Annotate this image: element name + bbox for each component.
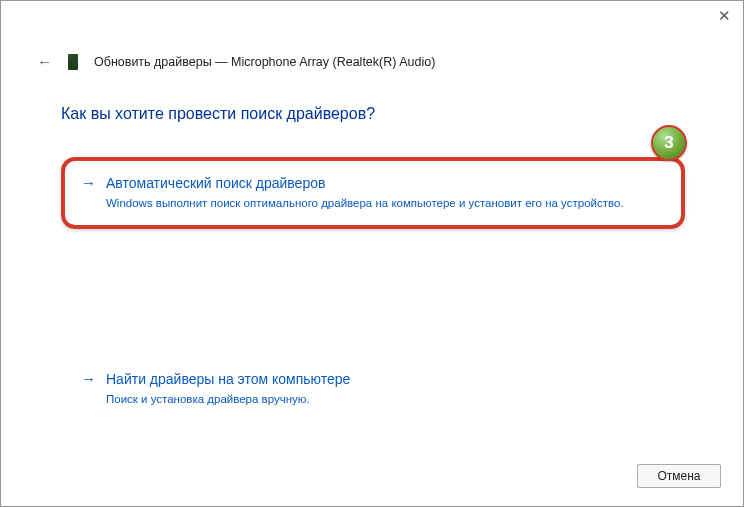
device-icon — [68, 54, 78, 70]
option-text: Найти драйверы на этом компьютере Поиск … — [106, 369, 669, 407]
option-row: → Найти драйверы на этом компьютере Поис… — [81, 369, 669, 407]
dialog-header: ← Обновить драйверы — Microphone Array (… — [37, 53, 435, 70]
arrow-right-icon: → — [81, 369, 96, 389]
back-arrow-icon[interactable]: ← — [37, 53, 52, 70]
arrow-right-icon: → — [81, 173, 96, 193]
option-text: Автоматический поиск драйверов Windows в… — [106, 173, 665, 211]
update-driver-dialog: ✕ ← Обновить драйверы — Microphone Array… — [0, 0, 744, 507]
option-auto-title: Автоматический поиск драйверов — [106, 173, 665, 193]
option-manual-search[interactable]: → Найти драйверы на этом компьютере Поис… — [61, 357, 685, 421]
cancel-button[interactable]: Отмена — [637, 464, 721, 488]
dialog-title: Обновить драйверы — Microphone Array (Re… — [94, 55, 435, 69]
page-heading: Как вы хотите провести поиск драйверов? — [61, 105, 375, 123]
option-row: → Автоматический поиск драйверов Windows… — [81, 173, 665, 211]
step-badge: 3 — [651, 125, 687, 161]
close-icon[interactable]: ✕ — [718, 7, 731, 25]
option-manual-title: Найти драйверы на этом компьютере — [106, 369, 669, 389]
option-auto-desc: Windows выполнит поиск оптимального драй… — [106, 195, 665, 211]
option-auto-search[interactable]: → Автоматический поиск драйверов Windows… — [61, 157, 685, 229]
option-manual-desc: Поиск и установка драйвера вручную. — [106, 391, 669, 407]
